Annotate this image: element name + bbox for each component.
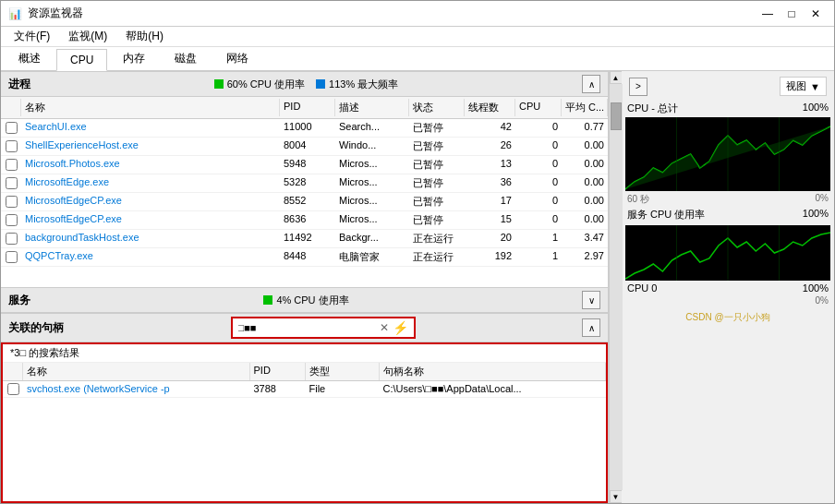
row-checkbox[interactable]: [6, 122, 18, 134]
row-pid: 5328: [280, 174, 335, 192]
hrow-check[interactable]: [3, 381, 23, 397]
hcol-type[interactable]: 类型: [306, 363, 380, 380]
table-row[interactable]: MicrosoftEdgeCP.exe 8636 Micros... 已暂停 1…: [1, 211, 608, 230]
row-check[interactable]: [1, 174, 21, 192]
search-clear-icon[interactable]: ✕: [380, 321, 389, 334]
col-avg[interactable]: 平均 C...: [562, 99, 608, 116]
process-table-header: 名称 PID 描述 状态 线程数 CPU 平均 C...: [1, 97, 608, 119]
row-pid: 8448: [280, 248, 335, 266]
process-chevron[interactable]: ∧: [582, 75, 600, 93]
table-row[interactable]: QQPCTray.exe 8448 电脑管家 正在运行 192 1 2.97: [1, 248, 608, 267]
table-row[interactable]: MicrosoftEdge.exe 5328 Micros... 已暂停 36 …: [1, 174, 608, 193]
row-check[interactable]: [1, 119, 21, 137]
scroll-track[interactable]: [610, 84, 623, 490]
table-row[interactable]: ShellExperienceHost.exe 8004 Windo... 已暂…: [1, 138, 608, 156]
process-section-header: 进程 60% CPU 使用率 113% 最大频率 ∧: [1, 71, 608, 97]
row-checkbox[interactable]: [6, 177, 18, 189]
row-checkbox[interactable]: [6, 140, 18, 152]
col-check: [1, 99, 21, 116]
hcol-handle[interactable]: 句柄名称: [380, 363, 607, 380]
search-input[interactable]: [238, 322, 376, 333]
row-check[interactable]: [1, 138, 21, 155]
cpu-total-label-row: CPU - 总计 100%: [625, 102, 830, 115]
close-button[interactable]: ✕: [805, 5, 827, 23]
row-status: 已暂停: [409, 174, 465, 192]
menu-bar: 文件(F) 监视(M) 帮助(H): [1, 27, 834, 47]
max-freq-badge: 113% 最大频率: [316, 78, 398, 91]
row-check[interactable]: [1, 248, 21, 266]
cpu-usage-badge: 60% CPU 使用率: [214, 78, 305, 91]
bottom-pct: 0%: [816, 295, 829, 306]
row-check[interactable]: [1, 230, 21, 247]
row-avg: 0.77: [562, 119, 608, 137]
minimize-button[interactable]: —: [756, 5, 779, 23]
scroll-up-button[interactable]: ▲: [610, 71, 623, 84]
maximize-button[interactable]: □: [781, 5, 803, 23]
tab-memory[interactable]: 内存: [109, 46, 159, 70]
row-cpu: 1: [515, 230, 562, 247]
row-name: SearchUI.exe: [21, 119, 280, 137]
app-icon: 📊: [8, 7, 22, 20]
row-checkbox[interactable]: [6, 159, 18, 171]
row-checkbox[interactable]: [6, 251, 18, 263]
handles-chevron[interactable]: ∧: [582, 318, 600, 337]
services-cpu-text: 4% CPU 使用率: [276, 294, 348, 307]
handles-header: 关联的句柄 ✕ ⚡ ∧: [1, 313, 608, 342]
row-cpu: 0: [515, 138, 562, 155]
row-check[interactable]: [1, 156, 21, 174]
col-pid[interactable]: PID: [280, 99, 335, 116]
col-cpu[interactable]: CPU: [515, 99, 562, 116]
col-status[interactable]: 状态: [409, 99, 465, 116]
row-desc: Micros...: [335, 156, 409, 174]
row-pid: 8552: [280, 193, 335, 210]
hrow-handle: C:\Users\□■■\AppData\Local...: [380, 381, 607, 397]
services-chevron[interactable]: ∨: [582, 291, 600, 309]
row-threads: 192: [465, 248, 515, 266]
menu-file[interactable]: 文件(F): [8, 27, 55, 46]
services-title: 服务: [8, 293, 30, 308]
services-cpu-badge: 4% CPU 使用率: [263, 294, 348, 307]
tab-disk[interactable]: 磁盘: [161, 46, 211, 70]
time-label-row: 60 秒 0%: [625, 193, 830, 206]
scroll-thumb[interactable]: [611, 102, 622, 130]
cpu-total-section: CPU - 总计 100% 60 秒 0%: [625, 102, 830, 222]
tab-overview[interactable]: 概述: [5, 46, 54, 70]
hcol-pid[interactable]: PID: [250, 363, 306, 380]
window-title: 资源监视器: [28, 6, 83, 21]
services-cpu-dot: [263, 295, 272, 305]
row-check[interactable]: [1, 193, 21, 210]
view-dropdown[interactable]: 视图 ▼: [780, 77, 827, 96]
hrow-name: svchost.exe (NetworkService -p: [23, 381, 250, 397]
service-cpu-pct: 100%: [803, 208, 829, 222]
menu-help[interactable]: 帮助(H): [120, 27, 169, 46]
table-row[interactable]: backgroundTaskHost.exe 11492 Backgr... 正…: [1, 230, 608, 248]
expand-button[interactable]: >: [629, 78, 647, 96]
row-checkbox[interactable]: [6, 196, 18, 208]
tab-cpu[interactable]: CPU: [56, 49, 107, 71]
table-row[interactable]: SearchUI.exe 11000 Search... 已暂停 42 0 0.…: [1, 119, 608, 138]
table-row[interactable]: MicrosoftEdgeCP.exe 8552 Micros... 已暂停 1…: [1, 193, 608, 211]
row-checkbox[interactable]: [6, 214, 18, 226]
menu-monitor[interactable]: 监视(M): [63, 27, 113, 46]
col-desc[interactable]: 描述: [335, 99, 409, 116]
row-avg: 0.00: [562, 211, 608, 229]
handles-section: 关联的句柄 ✕ ⚡ ∧ *3□ 的搜索结果: [1, 313, 608, 503]
search-refresh-icon[interactable]: ⚡: [393, 320, 408, 335]
row-desc: Micros...: [335, 193, 409, 210]
col-threads[interactable]: 线程数: [465, 99, 515, 116]
col-name[interactable]: 名称: [21, 99, 280, 116]
row-threads: 42: [465, 119, 515, 137]
row-check[interactable]: [1, 211, 21, 229]
process-table: 名称 PID 描述 状态 线程数 CPU 平均 C... SearchUI.ex…: [1, 97, 608, 287]
row-checkbox[interactable]: [6, 233, 18, 245]
scroll-down-button[interactable]: ▼: [610, 490, 623, 503]
hcol-name[interactable]: 名称: [23, 363, 250, 380]
table-row[interactable]: Microsoft.Photos.exe 5948 Micros... 已暂停 …: [1, 156, 608, 174]
row-name: ShellExperienceHost.exe: [21, 138, 280, 155]
handles-table-header: 名称 PID 类型 句柄名称: [3, 363, 606, 381]
tab-network[interactable]: 网络: [212, 46, 262, 70]
main-scrollbar[interactable]: ▲ ▼: [609, 71, 622, 503]
handles-table-row[interactable]: svchost.exe (NetworkService -p 3788 File…: [3, 381, 606, 398]
hrow-checkbox[interactable]: [7, 383, 19, 395]
main-content: 进程 60% CPU 使用率 113% 最大频率 ∧ 名: [1, 71, 834, 503]
